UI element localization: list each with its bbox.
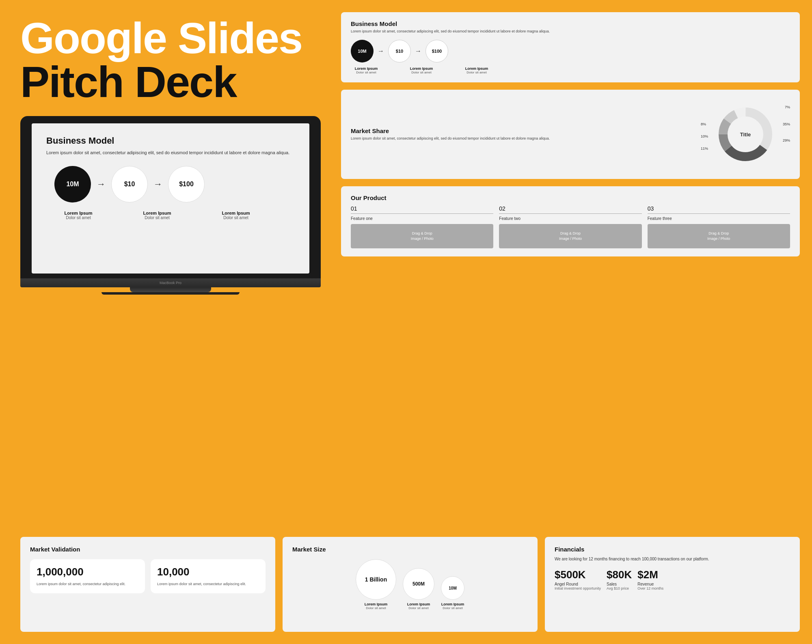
mv-boxes: 1,000,000 Lorem ipsum dolor sit amet, co… bbox=[30, 559, 266, 593]
pct-7: 7% bbox=[785, 105, 790, 109]
op-img-2[interactable]: Drag & DropImage / Photo bbox=[499, 224, 641, 248]
main-container: Google Slides Pitch Deck Business Model … bbox=[0, 0, 812, 537]
our-product-card: Our Product 01 Feature one Drag & DropIm… bbox=[341, 186, 800, 256]
laptop-model-name: MacBook Pro bbox=[160, 281, 181, 285]
laptop-stand bbox=[130, 287, 211, 292]
op-cols: 01 Feature one Drag & DropImage / Photo … bbox=[351, 205, 790, 248]
op-col-3: 03 Feature three Drag & DropImage / Phot… bbox=[648, 205, 790, 248]
hero-line1: Google Slides bbox=[20, 13, 302, 62]
op-num-2: 02 bbox=[499, 205, 641, 212]
op-img-3[interactable]: Drag & DropImage / Photo bbox=[648, 224, 790, 248]
msize-wrap-1: 1 Billion Lorem Ipsum Dolor sit amet bbox=[356, 559, 396, 610]
msize-wrap-2: 500M Lorem Ipsum Dolor sit amet bbox=[403, 568, 434, 610]
fin-item-2: $80K Sales Avg $10 price bbox=[607, 569, 632, 590]
ms-title: Market Share bbox=[351, 127, 693, 134]
fin-item-3: $2M Revenue Over 12 months bbox=[637, 569, 663, 590]
msize-circle-1: 1 Billion bbox=[356, 559, 396, 600]
arrow-1: → bbox=[97, 179, 106, 190]
msize-sub-3: Dolor sit amet bbox=[443, 606, 462, 610]
business-model-card: Business Model Lorem ipsum dolor sit ame… bbox=[341, 12, 800, 82]
fin-lbl-1: Angel Round bbox=[555, 582, 601, 586]
mv-desc-1: Lorem ipsum dolor sit amet, consectetur … bbox=[37, 582, 138, 587]
op-feat-2: Feature two bbox=[499, 216, 641, 221]
msize-sub-1: Dolor sit amet bbox=[366, 606, 386, 610]
msize-lbl-1: Lorem Ipsum bbox=[365, 602, 388, 606]
op-feat-1: Feature one bbox=[351, 216, 493, 221]
laptop-base: MacBook Pro bbox=[20, 278, 321, 287]
laptop-body: Business Model Lorem ipsum dolor sit ame… bbox=[20, 116, 321, 295]
laptop-circle-2: $10 bbox=[111, 166, 148, 202]
laptop-foot bbox=[102, 292, 240, 295]
fin-sub-3: Over 12 months bbox=[637, 586, 663, 590]
laptop-screen: Business Model Lorem ipsum dolor sit ame… bbox=[32, 123, 309, 274]
fin-title: Financials bbox=[555, 546, 790, 553]
mv-box-2: 10,000 Lorem ipsum dolor sit amet, conse… bbox=[151, 559, 266, 593]
op-col-2: 02 Feature two Drag & DropImage / Photo bbox=[499, 205, 641, 248]
fin-items: $500K Angel Round Initial investment opp… bbox=[555, 569, 790, 590]
mv-num-2: 10,000 bbox=[157, 566, 259, 578]
msize-sub-2: Dolor sit amet bbox=[408, 606, 428, 610]
msize-circles-row: 1 Billion Lorem Ipsum Dolor sit amet 500… bbox=[292, 559, 528, 610]
bm-label-2: Lorem Ipsum Dolor sit amet bbox=[406, 67, 437, 74]
bm-arrow-2: → bbox=[415, 47, 421, 55]
bm-title: Business Model bbox=[351, 20, 790, 27]
fin-big-1: $500K bbox=[555, 569, 601, 581]
bm-body: Lorem ipsum dolor sit amet, consectetur … bbox=[351, 29, 790, 34]
msize-circle-2: 500M bbox=[403, 568, 434, 600]
msize-title: Market Size bbox=[292, 546, 528, 553]
right-column: Business Model Lorem ipsum dolor sit ame… bbox=[333, 0, 812, 537]
bm-circles-row: 10M → $10 → $100 bbox=[351, 40, 790, 62]
financials-card: Financials We are looking for 12 months … bbox=[545, 537, 800, 632]
fin-lbl-2: Sales bbox=[607, 582, 632, 586]
ms-left: Market Share Lorem ipsum dolor sit amet,… bbox=[351, 127, 693, 141]
mv-title: Market Validation bbox=[30, 546, 266, 553]
donut-center-label: Title bbox=[740, 131, 751, 138]
op-feat-3: Feature three bbox=[648, 216, 790, 221]
laptop-label-3: Lorem Ipsum Dolor sit amet bbox=[212, 211, 260, 220]
op-col-1: 01 Feature one Drag & DropImage / Photo bbox=[351, 205, 493, 248]
op-num-3: 03 bbox=[648, 205, 790, 212]
pct-11: 11% bbox=[701, 146, 708, 151]
op-num-1: 01 bbox=[351, 205, 493, 212]
laptop-slide-labels: Lorem Ipsum Dolor sit amet Lorem Ipsum D… bbox=[46, 211, 295, 220]
pct-29: 29% bbox=[783, 138, 790, 142]
bm-circle-1: 10M bbox=[351, 40, 374, 62]
left-column: Google Slides Pitch Deck Business Model … bbox=[0, 0, 333, 537]
op-img-1[interactable]: Drag & DropImage / Photo bbox=[351, 224, 493, 248]
msize-lbl-3: Lorem Ipsum bbox=[441, 602, 464, 606]
laptop-slide-circles: 10M → $10 → $100 bbox=[46, 166, 295, 202]
fin-item-1: $500K Angel Round Initial investment opp… bbox=[555, 569, 601, 590]
laptop-label-2: Lorem Ipsum Dolor sit amet bbox=[133, 211, 181, 220]
msize-lbl-2: Lorem Ipsum bbox=[407, 602, 430, 606]
msize-wrap-3: 10M Lorem Ipsum Dolor sit amet bbox=[441, 576, 464, 610]
bottom-row: Market Validation 1,000,000 Lorem ipsum … bbox=[0, 537, 812, 644]
fin-body: We are looking for 12 months financing t… bbox=[555, 556, 790, 562]
laptop-mockup: Business Model Lorem ipsum dolor sit ame… bbox=[20, 116, 321, 295]
fin-big-3: $2M bbox=[637, 569, 663, 581]
arrow-2: → bbox=[153, 179, 162, 190]
mv-box-1: 1,000,000 Lorem ipsum dolor sit amet, co… bbox=[30, 559, 145, 593]
pct-35: 35% bbox=[783, 122, 790, 126]
laptop-circle-1: 10M bbox=[54, 166, 91, 202]
ms-body: Lorem ipsum dolor sit amet, consectetur … bbox=[351, 136, 693, 141]
mv-num-1: 1,000,000 bbox=[37, 566, 138, 578]
donut-chart: Title bbox=[713, 102, 778, 167]
pct-8: 8% bbox=[701, 122, 706, 126]
ms-right: Title 7% 35% 29% 8% 10% 11% bbox=[701, 98, 790, 171]
fin-sub-1: Initial investment opportunity bbox=[555, 586, 601, 590]
market-size-card: Market Size 1 Billion Lorem Ipsum Dolor … bbox=[283, 537, 538, 632]
bm-circle-3: $100 bbox=[425, 40, 448, 62]
fin-lbl-3: Revenue bbox=[637, 582, 663, 586]
market-validation-card: Market Validation 1,000,000 Lorem ipsum … bbox=[20, 537, 275, 632]
mv-desc-2: Lorem ipsum dolor sit amet, consectetur … bbox=[157, 582, 259, 587]
market-share-card: Market Share Lorem ipsum dolor sit amet,… bbox=[341, 90, 800, 179]
laptop-slide-body: Lorem ipsum dolor sit amet, consectetur … bbox=[46, 149, 295, 156]
bm-arrow-1: → bbox=[378, 47, 384, 55]
bm-label-1: Lorem Ipsum Dolor sit amet bbox=[351, 67, 382, 74]
bm-labels-row: Lorem Ipsum Dolor sit amet Lorem Ipsum D… bbox=[351, 67, 790, 74]
msize-circle-3: 10M bbox=[441, 576, 464, 600]
ms-content: Market Share Lorem ipsum dolor sit amet,… bbox=[351, 98, 790, 171]
laptop-label-1: Lorem Ipsum Dolor sit amet bbox=[54, 211, 102, 220]
laptop-slide-title: Business Model bbox=[46, 136, 295, 146]
laptop-bezel: Business Model Lorem ipsum dolor sit ame… bbox=[20, 116, 321, 278]
